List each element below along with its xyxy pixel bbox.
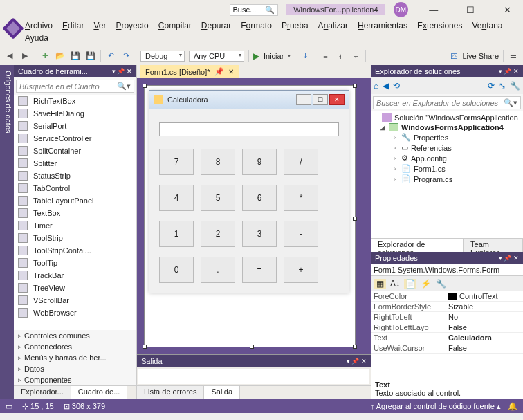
config-combo[interactable]: Debug <box>140 51 185 62</box>
property-row[interactable]: RightToLeftNo <box>371 312 523 322</box>
sync-icon[interactable]: ⟲ <box>393 81 400 91</box>
pin-icon[interactable]: ▾ 📌 ✕ <box>112 68 132 75</box>
toolbox-item[interactable]: RichTextBox <box>14 95 136 107</box>
datasources-tab[interactable]: Orígenes de datos <box>0 65 14 399</box>
toolbox-item[interactable]: Splitter <box>14 157 136 170</box>
toolbox-item[interactable]: TabControl <box>14 182 136 194</box>
toolbox-item[interactable]: ToolStrip <box>14 232 136 244</box>
toolbox-item[interactable]: WebBrowser <box>14 307 136 319</box>
save-icon[interactable]: 💾 <box>70 51 81 62</box>
tree-node[interactable]: ▹📄Form1.cs <box>372 163 522 174</box>
menu-item[interactable]: Formato <box>241 21 272 30</box>
align2-icon[interactable]: ⫞ <box>335 51 346 62</box>
az-icon[interactable]: A↓ <box>389 279 401 289</box>
calc-button[interactable]: 5 <box>201 185 235 211</box>
quick-search[interactable]: Busc...🔍 <box>230 4 279 16</box>
solnexp-search[interactable]: Buscar en Explorador de soluciones🔍▾ <box>373 96 521 109</box>
undo-icon[interactable]: ↶ <box>105 51 116 62</box>
wrench-icon[interactable]: 🔧 <box>434 279 447 289</box>
avatar[interactable]: DM <box>394 2 409 17</box>
property-row[interactable]: FormBorderStyleSizable <box>371 302 523 312</box>
collapse-icon[interactable]: ⤡ <box>499 81 506 91</box>
menu-item[interactable]: Prueba <box>282 21 309 30</box>
props-object[interactable]: Form1 System.Windows.Forms.Form <box>371 264 523 276</box>
toolbox-category[interactable]: Contenedores <box>14 341 136 352</box>
solution-node[interactable]: Solución "WindowsFormsApplication <box>372 113 522 122</box>
event-icon[interactable]: ⚡ <box>419 279 432 289</box>
pin-icon[interactable]: 📌 <box>214 67 224 76</box>
output-tab[interactable]: Lista de errores <box>137 386 204 399</box>
start-button[interactable]: Iniciar <box>264 52 284 60</box>
notifications-icon[interactable]: 🔔 <box>508 402 517 411</box>
menu-item[interactable]: Ventana <box>472 21 502 30</box>
project-node[interactable]: ◢WindowsFormsApplication4 <box>372 122 522 132</box>
toolbox-item[interactable]: TableLayoutPanel <box>14 194 136 207</box>
toolbox-item[interactable]: TrackBar <box>14 269 136 282</box>
start-icon[interactable]: ▶ <box>253 51 259 61</box>
calc-button[interactable]: 0 <box>159 257 194 283</box>
pin-icon[interactable]: ▾ 📌 ✕ <box>499 255 519 262</box>
toolbox-category[interactable]: Componentes <box>14 374 136 385</box>
calc-button[interactable]: 6 <box>242 185 277 211</box>
calc-button[interactable]: . <box>201 257 235 283</box>
tree-node[interactable]: ▹▭Referencias <box>372 143 522 153</box>
tree-node[interactable]: ▹⚙App.config <box>372 153 522 163</box>
menu-item[interactable]: Editar <box>62 21 84 30</box>
close-tab-icon[interactable]: ✕ <box>228 68 234 75</box>
menu-item[interactable]: Extensiones <box>417 21 462 30</box>
toolbox-item[interactable]: SerialPort <box>14 120 136 132</box>
redo-icon[interactable]: ↷ <box>120 51 131 62</box>
toolbox-tab[interactable]: Cuadro de... <box>71 386 128 399</box>
saveall-icon[interactable]: 💾 <box>85 51 96 62</box>
liveshare-icon[interactable]: ⮹ <box>450 52 458 60</box>
close-button[interactable]: ✕ <box>496 5 519 15</box>
property-row[interactable]: ForeColorControlText <box>371 291 523 302</box>
calc-button[interactable]: 7 <box>159 149 194 175</box>
prop-icon[interactable]: 📄 <box>404 279 416 289</box>
toolbox-item[interactable]: SaveFileDialog <box>14 107 136 120</box>
calc-button[interactable]: = <box>242 257 277 283</box>
calc-button[interactable]: 9 <box>242 149 277 175</box>
calc-button[interactable]: / <box>284 149 318 175</box>
calc-button[interactable]: - <box>284 221 318 247</box>
back-icon[interactable]: ◀ <box>383 81 389 91</box>
platform-combo[interactable]: Any CPU <box>189 51 244 62</box>
tree-node[interactable]: ▹📄Program.cs <box>372 174 522 184</box>
toolbox-item[interactable]: ServiceController <box>14 132 136 145</box>
minimize-button[interactable]: — <box>422 5 445 15</box>
calc-button[interactable]: 8 <box>201 149 235 175</box>
toolbox-item[interactable]: ToolStripContai... <box>14 244 136 257</box>
toolbox-item[interactable]: VScrollBar <box>14 294 136 307</box>
toolbox-item[interactable]: TreeView <box>14 282 136 294</box>
solnexp-tab[interactable]: Team Explorer <box>464 239 523 252</box>
toolbox-tab[interactable]: Explorador... <box>14 386 71 399</box>
menu-item[interactable]: Depurar <box>201 21 231 30</box>
toolbox-item[interactable]: ToolTip <box>14 257 136 269</box>
props-icon[interactable]: 🔧 <box>510 81 520 91</box>
live-share[interactable]: Live Share <box>462 52 499 60</box>
menu-item[interactable]: Analizar <box>318 21 348 30</box>
menu-item[interactable]: Proyecto <box>116 21 148 30</box>
toolbox-item[interactable]: StatusStrip <box>14 170 136 182</box>
toolbox-item[interactable]: Timer <box>14 219 136 232</box>
solnexp-tab[interactable]: Explorador de soluciones <box>371 239 464 252</box>
tree-node[interactable]: ▹🔧Properties <box>372 132 522 143</box>
menu-item[interactable]: Herramientas <box>358 21 407 30</box>
property-row[interactable]: RightToLeftLayoFalse <box>371 322 523 333</box>
align-icon[interactable]: ≡ <box>320 51 331 62</box>
toolbox-category[interactable]: Datos <box>14 363 136 374</box>
step-icon[interactable]: ↧ <box>300 51 311 62</box>
calc-button[interactable]: 1 <box>159 221 194 247</box>
menu-item[interactable]: Archivo <box>25 21 53 30</box>
menu-item[interactable]: Compilar <box>158 21 192 30</box>
toolbox-category[interactable]: Menús y barras de her... <box>14 352 136 363</box>
back-icon[interactable]: ◀ <box>4 51 15 62</box>
property-row[interactable]: UseWaitCursorFalse <box>371 343 523 354</box>
menu-item[interactable]: Ver <box>93 21 106 30</box>
form-designer[interactable]: Calculadora — ☐ ✕ 789/456*123-0.=+ <box>144 85 356 347</box>
toolbox-item[interactable]: TextBox <box>14 207 136 219</box>
source-control[interactable]: ↑ Agregar al control de código fuente ▴ <box>371 402 501 411</box>
refresh-icon[interactable]: ⟳ <box>488 81 495 91</box>
open-icon[interactable]: 📂 <box>55 51 66 62</box>
new-icon[interactable]: ✚ <box>39 51 51 62</box>
